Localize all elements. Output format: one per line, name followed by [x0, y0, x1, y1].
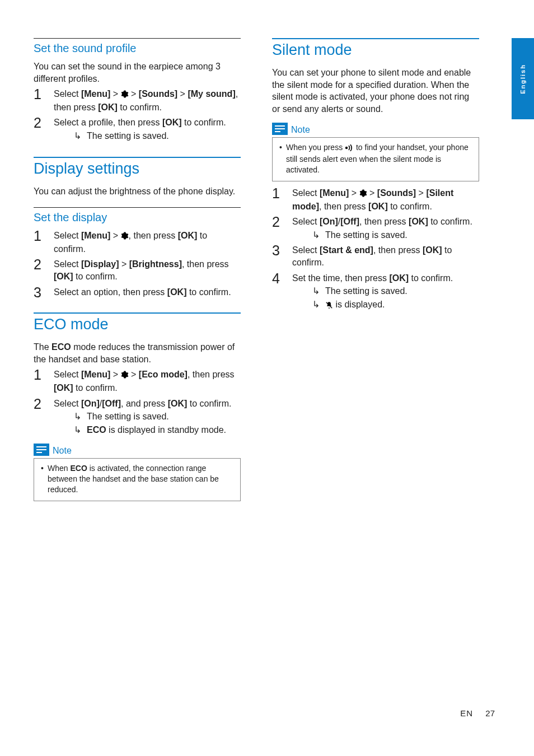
svg-rect-1 [36, 446, 46, 447]
note-box: When you press to find your handset, you… [272, 137, 479, 181]
result-arrow-icon: ↳ [312, 285, 320, 297]
language-tab-label: English [519, 64, 526, 94]
result: ↳ is displayed. [312, 298, 479, 312]
note-box: When ECO is activated, the connection ra… [34, 458, 241, 501]
svg-rect-7 [275, 131, 280, 132]
step: Select [On]/[Off], and press [OK] to con… [34, 398, 241, 436]
gear-icon [121, 231, 129, 243]
left-column: Set the sound profile You can set the so… [34, 38, 241, 501]
result-arrow-icon: ↳ [74, 424, 81, 436]
language-tab: English [512, 38, 534, 119]
note-header: Note [34, 444, 241, 458]
step: Select [On]/[Off], then press [OK] to co… [272, 216, 479, 241]
paragraph: You can set your phone to silent mode an… [272, 67, 479, 115]
gear-icon [121, 370, 129, 382]
rule [34, 38, 241, 39]
rule-section [34, 157, 241, 158]
svg-rect-6 [275, 128, 285, 129]
gear-icon [121, 89, 129, 101]
page: English Set the sound profile You can se… [0, 0, 534, 756]
note-header: Note [272, 123, 479, 137]
step: Set the time, then press [OK] to confirm… [272, 272, 479, 312]
rule-section [272, 38, 479, 39]
result-arrow-icon: ↳ [74, 410, 81, 423]
footer: EN 27 [460, 708, 495, 718]
result: ↳ECO is displayed in standby mode. [74, 424, 241, 436]
steps-eco-mode: Select [Menu] > > [Eco mode], then press… [34, 368, 241, 436]
step: Select an option, then press [OK] to con… [34, 286, 241, 298]
heading-sound-profile: Set the sound profile [34, 42, 241, 55]
heading-set-display: Set the display [34, 211, 241, 224]
result: ↳The setting is saved. [74, 130, 241, 142]
step: Select a profile, then press [OK] to con… [34, 116, 241, 142]
step: Select [Display] > [Brightness], then pr… [34, 258, 241, 282]
bell-mute-icon [325, 300, 333, 312]
rule-section [34, 312, 241, 314]
step: Select [Menu] > , then press [OK] to con… [34, 230, 241, 255]
step: Select [Menu] > > [Sounds] > [My sound],… [34, 88, 241, 113]
note-icon [272, 123, 288, 137]
step: Select [Start & end], then press [OK] to… [272, 244, 479, 268]
note-label: Note [291, 125, 310, 135]
result-arrow-icon: ↳ [312, 298, 320, 312]
note-item: When you press to find your handset, you… [286, 142, 473, 175]
svg-rect-2 [36, 449, 46, 450]
footer-lang: EN [460, 708, 473, 718]
footer-page: 27 [485, 708, 495, 718]
steps-set-display: Select [Menu] > , then press [OK] to con… [34, 230, 241, 298]
step: Select [Menu] > > [Sounds] > [Silent mod… [272, 187, 479, 212]
heading-silent-mode: Silent mode [272, 41, 479, 59]
right-column: Silent mode You can set your phone to si… [272, 38, 479, 501]
gear-icon [359, 188, 367, 200]
paging-icon [345, 143, 354, 154]
columns: Set the sound profile You can set the so… [0, 0, 534, 501]
heading-display-settings: Display settings [34, 160, 241, 178]
svg-point-8 [345, 147, 348, 149]
heading-eco-mode: ECO mode [34, 316, 241, 333]
note-icon [34, 444, 49, 458]
result: ↳The setting is saved. [74, 410, 241, 423]
step: Select [Menu] > > [Eco mode], then press… [34, 368, 241, 394]
steps-silent-mode: Select [Menu] > > [Sounds] > [Silent mod… [272, 187, 479, 312]
note-label: Note [53, 446, 72, 456]
result-arrow-icon: ↳ [312, 229, 320, 241]
svg-rect-3 [36, 452, 42, 453]
result-arrow-icon: ↳ [74, 130, 81, 142]
paragraph: You can adjust the brightness of the pho… [34, 185, 241, 198]
result: ↳The setting is saved. [312, 285, 479, 297]
steps-sound-profile: Select [Menu] > > [Sounds] > [My sound],… [34, 88, 241, 142]
paragraph: You can set the sound in the earpiece am… [34, 60, 241, 85]
rule [34, 207, 241, 208]
note-item: When ECO is activated, the connection ra… [48, 463, 235, 495]
svg-rect-5 [275, 125, 285, 127]
paragraph: The ECO mode reduces the transmission po… [34, 341, 241, 365]
result: ↳The setting is saved. [312, 229, 479, 241]
